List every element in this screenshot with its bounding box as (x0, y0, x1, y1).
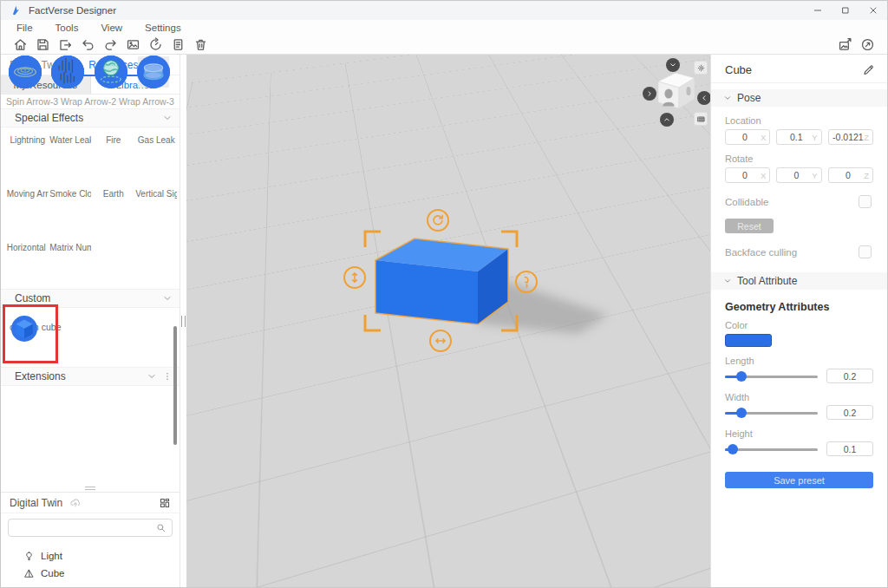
toolbar-button[interactable] (81, 37, 95, 52)
color-swatch[interactable] (725, 334, 772, 347)
effect-item[interactable]: Moving Arr… (6, 188, 49, 238)
rotate-axis-input[interactable]: 0 X (725, 167, 770, 183)
toolbar-button[interactable] (860, 37, 875, 52)
effect-item[interactable]: Fire (92, 134, 135, 185)
window-control-button[interactable] (859, 1, 887, 20)
section-extensions[interactable]: Extensions (1, 367, 180, 386)
sidebar-scrollbar[interactable] (173, 326, 177, 445)
effect-item[interactable]: Water Leak (49, 134, 93, 185)
kebab-menu-icon[interactable] (162, 371, 173, 382)
chevron-down-icon (723, 277, 732, 285)
save-preset-button[interactable]: Save preset (725, 472, 873, 488)
pose-section-header[interactable]: Pose (711, 89, 887, 107)
save-icon (36, 37, 50, 52)
inspector-header: Cube (711, 55, 887, 83)
axis-value: 0 (729, 170, 761, 180)
scene-gallery-icon (126, 37, 140, 52)
recent-resources-row[interactable]: Spin Arrow-3 Wrap Arrow-2 Wrap Arrow-3 (1, 95, 180, 108)
document-icon (171, 37, 186, 52)
axis-letter: Y (812, 133, 817, 142)
rotate-handle[interactable] (427, 209, 449, 232)
effect-item[interactable]: Vertical Sig… (135, 188, 179, 238)
digital-twin-label: Digital Twin (10, 497, 62, 509)
slider-thumb[interactable] (728, 444, 738, 454)
custom-cube-item[interactable]: custom cube (10, 315, 55, 332)
toolbar-button[interactable] (838, 37, 852, 52)
slider-value-input[interactable]: 0.2 (826, 405, 873, 420)
nav-rotate-left-button[interactable] (697, 91, 710, 105)
slider-label: Length (725, 356, 873, 366)
geometry-slider[interactable] (725, 370, 818, 382)
effect-item[interactable]: Matrix Num… (49, 242, 93, 292)
nav-rotate-right-button[interactable] (643, 87, 656, 101)
toolbar-button[interactable] (103, 37, 118, 52)
search-icon[interactable] (155, 522, 166, 533)
menu-item[interactable]: View (101, 23, 122, 33)
slider-thumb[interactable] (736, 371, 747, 382)
viewport-3d[interactable] (186, 55, 710, 587)
cloud-upload-icon[interactable] (69, 497, 82, 509)
effect-item[interactable]: Earth (92, 188, 135, 238)
backface-culling-checkbox[interactable] (859, 245, 872, 258)
toolbar-button[interactable] (193, 37, 208, 52)
nav-rotate-up-button[interactable] (660, 113, 674, 127)
location-axis-input[interactable]: 0.1 Y (776, 129, 821, 145)
scene-tree-item[interactable]: Cube (1, 565, 180, 582)
minimize-icon (813, 5, 823, 16)
toolbar-button[interactable] (36, 37, 50, 52)
panel-resize-handle[interactable] (1, 485, 180, 493)
slider-value-input[interactable]: 0.2 (826, 369, 873, 383)
slider-value-input[interactable]: 0.1 (826, 441, 873, 456)
selected-cube[interactable] (375, 238, 508, 324)
section-custom[interactable]: Custom (1, 289, 180, 308)
panel-splitter[interactable] (180, 55, 186, 587)
menu-item[interactable]: File (16, 23, 33, 33)
effect-item[interactable]: Gas Leak (135, 134, 179, 185)
location-axis-input[interactable]: -0.0121 Z (828, 129, 873, 145)
scale-vertical-handle[interactable] (343, 266, 366, 289)
rotate-axis-input[interactable]: 0 Z (828, 167, 873, 183)
resize-grip-icon (85, 487, 95, 490)
matrix-number-effect-icon (51, 56, 84, 88)
inspector-panel: Cube Pose Location 0 X 0.1 Y (710, 55, 887, 587)
rotate-axis-input[interactable]: 0 Y (776, 167, 821, 183)
effect-label: Horizontal … (7, 243, 49, 252)
window-control-button[interactable] (832, 1, 859, 20)
toolbar-button[interactable] (58, 37, 73, 52)
backface-culling-row: Backface culling (725, 245, 872, 258)
light-bulb-icon (23, 551, 35, 562)
toolbar-button[interactable] (126, 37, 140, 52)
vertical-signal-effect-icon (137, 56, 170, 88)
toolbar-button[interactable] (148, 37, 163, 52)
move-horizontal-handle[interactable] (429, 330, 452, 352)
effect-item[interactable]: Lightning (6, 134, 49, 185)
toolbar-button[interactable] (171, 37, 186, 52)
rotate-inputs: 0 X 0 Y 0 Z (725, 167, 873, 183)
geometry-attributes-heading: Geometry Attributes (725, 301, 873, 313)
reset-button[interactable]: Reset (725, 219, 774, 233)
effect-item[interactable]: Horizontal … (6, 242, 49, 292)
collidable-checkbox[interactable] (859, 195, 872, 208)
geometry-slider[interactable] (725, 443, 818, 455)
effect-item[interactable]: Smoke Cloud (49, 188, 93, 238)
grid-layout-icon[interactable] (159, 497, 171, 509)
section-special-effects[interactable]: Special Effects (1, 108, 180, 127)
geometry-slider[interactable] (725, 407, 818, 419)
menu-item[interactable]: Settings (145, 23, 181, 33)
axis-letter: Y (812, 171, 817, 180)
tool-attribute-section-header[interactable]: Tool Attribute (711, 272, 887, 290)
search-input[interactable] (14, 523, 155, 533)
viewport-grid-button[interactable] (694, 112, 708, 126)
elevate-handle[interactable] (515, 271, 538, 293)
location-axis-input[interactable]: 0 X (725, 129, 770, 145)
scene-tree-item[interactable]: Light (1, 547, 180, 565)
toolbar-button[interactable] (13, 37, 28, 52)
app-logo-icon (10, 4, 22, 16)
nav-rotate-down-button[interactable] (666, 58, 680, 72)
edit-pencil-icon[interactable] (862, 63, 875, 76)
menu-item[interactable]: Tools (56, 23, 79, 33)
window-control-button[interactable] (804, 1, 832, 20)
slider-thumb[interactable] (736, 408, 747, 418)
viewport-settings-button[interactable] (694, 61, 708, 75)
effect-label: Fire (106, 135, 121, 145)
